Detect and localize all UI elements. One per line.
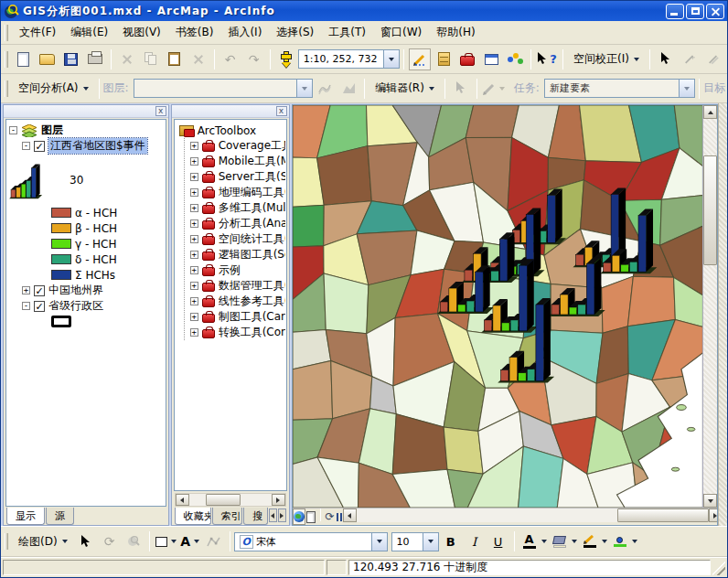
map-canvas[interactable] [293, 105, 702, 508]
expand-icon[interactable]: + [190, 235, 198, 243]
pause-drawing-button[interactable] [336, 508, 343, 525]
toc-root-row[interactable]: - 图层 [7, 123, 165, 138]
scroll-right-icon[interactable] [709, 508, 718, 522]
underline-button[interactable]: U [487, 530, 509, 552]
collapse-icon[interactable]: - [22, 302, 30, 310]
edit-tool-button[interactable] [450, 78, 472, 100]
print-button[interactable] [84, 48, 106, 70]
menu-item-1[interactable]: 编辑(E) [63, 23, 115, 41]
expand-icon[interactable]: + [190, 282, 198, 290]
scroll-thumb[interactable] [703, 155, 717, 265]
spatial-adjustment-menu[interactable]: 空间校正(I) [567, 49, 646, 70]
legend-item-3[interactable]: δ - HCH [49, 252, 165, 267]
save-button[interactable] [60, 48, 82, 70]
toc-close-icon[interactable]: x [155, 106, 166, 116]
menu-item-6[interactable]: 工具(T) [321, 23, 373, 41]
menu-item-3[interactable]: 书签(B) [168, 23, 221, 41]
modelbuilder-button[interactable] [504, 48, 526, 70]
select-elements-button[interactable] [655, 48, 677, 70]
expand-icon[interactable]: + [190, 157, 198, 166]
toolbox-tab-0[interactable]: 收藏夹 [175, 508, 211, 525]
copy-button[interactable] [140, 48, 162, 70]
rotate-element-button[interactable]: ⟳ [99, 530, 121, 552]
scroll-left-icon[interactable] [176, 494, 189, 506]
toolbox-item-4[interactable]: +多维工具(Multidi [188, 200, 285, 216]
map-horizontal-scrollbar[interactable] [343, 508, 718, 522]
toolbox-horizontal-scrollbar[interactable] [175, 493, 286, 507]
toolbox-item-8[interactable]: +示例 [188, 262, 285, 278]
toolbox-item-6[interactable]: +空间统计工具(Spa [188, 231, 285, 247]
layout-view-button[interactable] [305, 508, 316, 525]
text-tool-button[interactable]: A [179, 530, 201, 552]
expand-icon[interactable]: + [190, 173, 198, 181]
menu-item-5[interactable]: 选择(S) [269, 23, 321, 41]
toolbox-item-7[interactable]: +逻辑图工具(Schem [188, 247, 285, 262]
maximize-button[interactable] [686, 4, 704, 19]
map-vertical-scrollbar[interactable] [702, 105, 717, 508]
italic-button[interactable]: I [464, 530, 486, 552]
event-layer-row[interactable]: - ✓ 江西省地区图$事件 [20, 138, 165, 154]
undo-button[interactable]: ↶ [219, 48, 241, 70]
data-view-button[interactable] [293, 508, 305, 525]
toolbar-grip[interactable] [5, 533, 8, 550]
expand-icon[interactable]: + [190, 251, 198, 259]
expand-icon[interactable]: + [22, 286, 30, 294]
font-dropdown-button[interactable] [371, 533, 387, 551]
collapse-icon[interactable]: - [9, 126, 17, 134]
toolbox-root-row[interactable]: ArcToolbox [177, 123, 285, 138]
tab-scroll-left-icon[interactable] [269, 508, 277, 522]
task-combo-dropdown[interactable] [679, 80, 694, 97]
marker-color-button[interactable] [610, 530, 638, 552]
task-combo[interactable]: 新建要素 [544, 79, 695, 98]
toolbox-tab-1[interactable]: 索引 [212, 508, 242, 525]
menu-item-8[interactable]: 帮助(H) [429, 23, 482, 41]
toolbox-item-11[interactable]: +制图工具(Cartogr [188, 309, 285, 325]
font-color-button[interactable]: A [519, 530, 548, 552]
redo-button[interactable]: ↷ [243, 48, 265, 70]
open-button[interactable] [37, 48, 59, 70]
toolbox-panel-header[interactable]: x [172, 105, 289, 118]
scroll-left-icon[interactable] [343, 508, 357, 522]
toolbox-item-12[interactable]: +转换工具(Convers [188, 325, 285, 340]
layer-row-0[interactable]: +✓中国地州界 [20, 283, 165, 298]
contour-tool-button[interactable] [314, 78, 336, 100]
analysis-layer-combo[interactable] [134, 79, 314, 98]
font-combo[interactable]: O 宋体 [234, 532, 388, 551]
refresh-view-button[interactable]: ⟳ [325, 508, 336, 525]
toc-tab-1[interactable]: 源 [46, 508, 74, 525]
spatial-analyst-menu[interactable]: 空间分析(A) [12, 79, 95, 99]
layer-combo-dropdown[interactable] [296, 80, 312, 97]
menubar-grip[interactable] [5, 25, 8, 41]
add-data-button[interactable] [275, 48, 297, 70]
scroll-thumb[interactable] [206, 494, 241, 506]
toolbar-grip[interactable] [5, 80, 8, 97]
toolbox-item-10[interactable]: +线性参考工具(Lin [188, 294, 285, 309]
command-window-button[interactable] [480, 48, 502, 70]
edit-vertices-button[interactable] [203, 530, 225, 552]
editor-menu[interactable]: 编辑器(R) [369, 79, 441, 99]
toolbox-item-0[interactable]: +Coverage工具(Cov [188, 138, 285, 154]
editor-toolbar-button[interactable] [409, 48, 431, 70]
scroll-thumb[interactable] [617, 508, 709, 522]
expand-icon[interactable]: + [190, 142, 198, 150]
expand-icon[interactable]: + [190, 219, 198, 228]
arctoolbox-button[interactable] [456, 48, 478, 70]
toolbox-item-2[interactable]: +Server工具(Serve [188, 169, 285, 185]
expand-icon[interactable]: + [190, 313, 198, 321]
toolbox-item-3[interactable]: +地理编码工具(Geo [188, 185, 285, 200]
layer-checkbox[interactable]: ✓ [34, 141, 45, 152]
scale-dropdown-button[interactable] [383, 50, 399, 68]
legend-item-2[interactable]: γ - HCH [49, 236, 165, 252]
legend-item-0[interactable]: α - HCH [49, 205, 165, 220]
close-button[interactable] [706, 4, 724, 19]
layer-checkbox[interactable]: ✓ [34, 285, 45, 296]
expand-icon[interactable]: + [190, 297, 198, 305]
legend-item-4[interactable]: Σ HCHs [49, 267, 165, 283]
menu-item-0[interactable]: 文件(F) [12, 23, 63, 41]
select-elements-button[interactable] [75, 530, 97, 552]
menu-item-7[interactable]: 窗口(W) [373, 23, 429, 41]
scroll-down-icon[interactable] [703, 494, 717, 508]
layer-checkbox[interactable]: ✓ [34, 301, 45, 312]
cut-button[interactable] [116, 48, 138, 70]
expand-icon[interactable]: + [190, 266, 198, 274]
